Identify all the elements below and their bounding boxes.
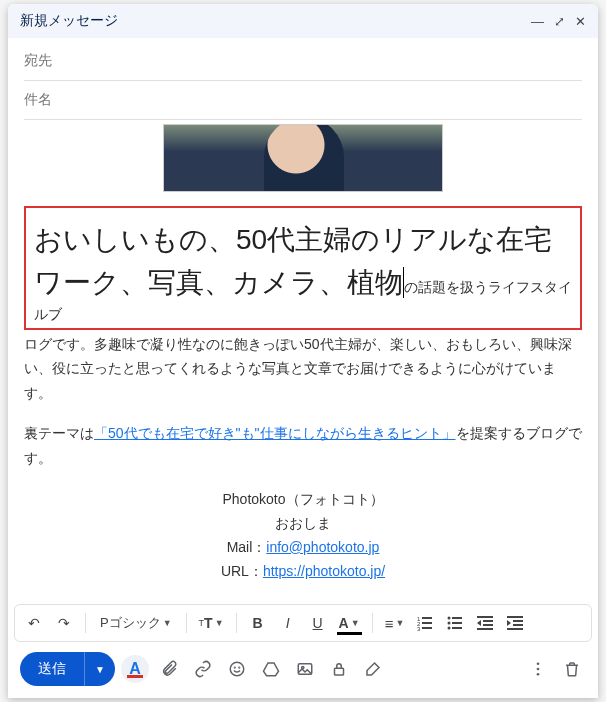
- sig-author: おおしま: [24, 512, 582, 536]
- subject-field[interactable]: 件名: [24, 81, 582, 120]
- sig-mail-link[interactable]: info@photokoto.jp: [266, 539, 379, 555]
- svg-marker-18: [507, 620, 511, 626]
- text-color-button[interactable]: A▼: [335, 609, 364, 637]
- svg-rect-12: [477, 616, 493, 618]
- svg-rect-28: [334, 668, 343, 675]
- compose-window: 新規メッセージ — ⤢ ✕ 宛先 件名 おいしいもの、50代主婦のリアルな在宅ワ…: [8, 4, 598, 698]
- undo-button[interactable]: ↶: [21, 609, 47, 637]
- font-family-select[interactable]: Pゴシック▼: [94, 609, 178, 637]
- format-toolbar: ↶ ↷ Pゴシック▼ TT▼ B I U A▼ ≡▼ 123: [14, 604, 592, 642]
- minimize-icon[interactable]: —: [531, 14, 544, 29]
- insert-link-icon[interactable]: [189, 655, 217, 683]
- underline-button[interactable]: U: [305, 609, 331, 637]
- para2-link[interactable]: 「50代でも在宅で好き"も"仕事にしながら生きるヒント」: [94, 425, 456, 441]
- message-body[interactable]: おいしいもの、50代主婦のリアルな在宅ワーク、写真、カメラ、植物の話題を扱うライ…: [8, 120, 598, 604]
- svg-point-29: [537, 662, 540, 665]
- svg-rect-7: [452, 617, 462, 619]
- separator: [372, 613, 373, 633]
- chevron-down-icon: ▼: [351, 618, 360, 628]
- svg-marker-13: [477, 620, 481, 626]
- send-button-group: 送信 ▼: [20, 652, 115, 686]
- indent-less-button[interactable]: [472, 609, 498, 637]
- chevron-down-icon: ▼: [215, 618, 224, 628]
- header-fields: 宛先 件名: [8, 38, 598, 120]
- insert-signature-icon[interactable]: [359, 655, 387, 683]
- font-family-label: Pゴシック: [100, 614, 161, 632]
- svg-point-10: [448, 627, 451, 630]
- insert-drive-icon[interactable]: [257, 655, 285, 683]
- paragraph-2: 裏テーマは「50代でも在宅で好き"も"仕事にしながら生きるヒント」を提案するブロ…: [24, 421, 582, 470]
- to-field[interactable]: 宛先: [24, 42, 582, 81]
- sig-mail-label: Mail：: [227, 539, 267, 555]
- svg-point-6: [448, 617, 451, 620]
- svg-point-8: [448, 622, 451, 625]
- svg-rect-19: [513, 620, 523, 622]
- chevron-down-icon: ▼: [395, 618, 404, 628]
- svg-rect-20: [513, 624, 523, 626]
- send-options-button[interactable]: ▼: [84, 652, 115, 686]
- chevron-down-icon: ▼: [163, 618, 172, 628]
- separator: [85, 613, 86, 633]
- signature-block: Photokoto（フォトコト） おおしま Mail：info@photokot…: [24, 488, 582, 583]
- sig-url-label: URL：: [221, 563, 263, 579]
- svg-rect-5: [422, 627, 432, 629]
- svg-rect-1: [422, 617, 432, 619]
- redo-button[interactable]: ↷: [51, 609, 77, 637]
- svg-rect-21: [507, 628, 523, 630]
- font-size-select[interactable]: TT▼: [195, 609, 228, 637]
- para2-pre: 裏テーマは: [24, 425, 94, 441]
- bulleted-list-button[interactable]: [442, 609, 468, 637]
- svg-rect-16: [477, 628, 493, 630]
- insert-emoji-icon[interactable]: [223, 655, 251, 683]
- fullscreen-icon[interactable]: ⤢: [554, 14, 565, 29]
- sig-mail-line: Mail：info@photokoto.jp: [24, 536, 582, 560]
- svg-point-24: [239, 667, 240, 668]
- embedded-image: [163, 124, 443, 192]
- italic-button[interactable]: I: [275, 609, 301, 637]
- compose-title: 新規メッセージ: [20, 12, 521, 30]
- align-button[interactable]: ≡▼: [381, 609, 409, 637]
- svg-point-23: [234, 667, 235, 668]
- toggle-format-toolbar-button[interactable]: A: [121, 655, 149, 683]
- svg-rect-14: [483, 620, 493, 622]
- svg-rect-3: [422, 622, 432, 624]
- svg-point-22: [230, 662, 244, 676]
- separator: [236, 613, 237, 633]
- close-icon[interactable]: ✕: [575, 14, 586, 29]
- svg-point-30: [537, 668, 540, 671]
- sig-url-line: URL：https://photokoto.jp/: [24, 560, 582, 584]
- selection-outline: おいしいもの、50代主婦のリアルな在宅ワーク、写真、カメラ、植物の話題を扱うライ…: [24, 206, 582, 330]
- sig-site-name: Photokoto（フォトコト）: [24, 488, 582, 512]
- sig-url-link[interactable]: https://photokoto.jp/: [263, 563, 385, 579]
- paragraph-1: ログです。多趣味で凝り性なのに飽きっぽい50代主婦が、楽しい、おもしろい、興味深…: [24, 332, 582, 406]
- discard-draft-icon[interactable]: [558, 655, 586, 683]
- bold-button[interactable]: B: [245, 609, 271, 637]
- svg-rect-15: [483, 624, 493, 626]
- svg-rect-17: [507, 616, 523, 618]
- attach-file-icon[interactable]: [155, 655, 183, 683]
- svg-text:3: 3: [417, 626, 421, 631]
- svg-point-31: [537, 673, 540, 676]
- send-button[interactable]: 送信: [20, 652, 84, 686]
- bottom-action-row: 送信 ▼ A: [8, 642, 598, 698]
- indent-more-button[interactable]: [502, 609, 528, 637]
- confidential-mode-icon[interactable]: [325, 655, 353, 683]
- svg-rect-9: [452, 622, 462, 624]
- more-options-icon[interactable]: [524, 655, 552, 683]
- svg-rect-11: [452, 627, 462, 629]
- numbered-list-button[interactable]: 123: [412, 609, 438, 637]
- compose-header: 新規メッセージ — ⤢ ✕: [8, 4, 598, 38]
- separator: [186, 613, 187, 633]
- svg-marker-25: [263, 663, 278, 676]
- insert-photo-icon[interactable]: [291, 655, 319, 683]
